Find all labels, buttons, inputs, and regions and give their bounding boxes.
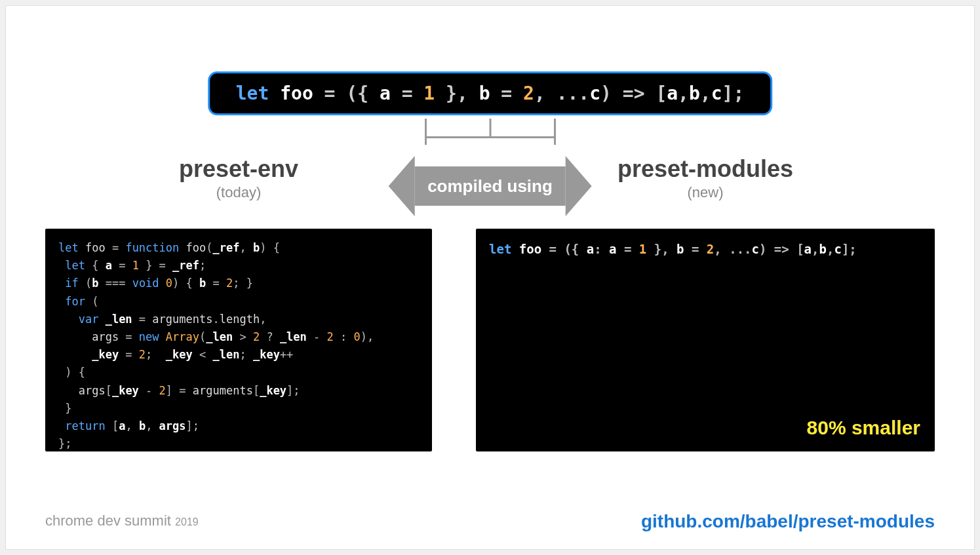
event-name: chrome dev summit <box>45 512 171 529</box>
left-title: preset-env <box>45 155 432 183</box>
left-subtitle: (today) <box>45 184 432 201</box>
github-link[interactable]: github.com/babel/preset-modules <box>641 511 935 532</box>
source-code-box: let foo = ({ a = 1 }, b = 2, ...c) => [a… <box>208 71 773 115</box>
left-column-header: preset-env (today) <box>45 155 432 201</box>
slide: let foo = ({ a = 1 }, b = 2, ...c) => [a… <box>5 5 975 550</box>
left-code-block: let foo = function foo(_ref, b) { let { … <box>45 229 432 451</box>
right-subtitle: (new) <box>476 184 935 201</box>
right-column-header: preset-modules (new) <box>476 155 935 201</box>
event-year: 2019 <box>175 516 199 527</box>
right-title: preset-modules <box>476 155 935 183</box>
connector-lines <box>425 119 556 145</box>
right-code-block: let foo = ({ a: a = 1 }, b = 2, ...c) =>… <box>476 229 935 451</box>
size-badge: 80% smaller <box>807 412 920 444</box>
event-footer: chrome dev summit 2019 <box>45 512 199 529</box>
